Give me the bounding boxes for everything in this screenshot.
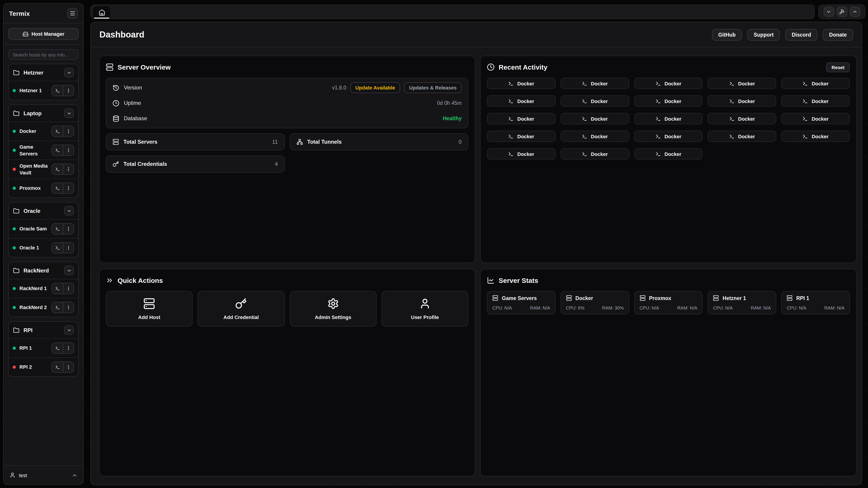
open-terminal-button[interactable] (52, 283, 63, 294)
host-menu-button[interactable] (63, 302, 74, 313)
host-row[interactable]: Docker (8, 122, 78, 140)
more-vertical-icon (66, 346, 71, 351)
open-terminal-button[interactable] (52, 343, 63, 353)
discord-button[interactable]: Discord (785, 29, 817, 40)
host-row[interactable]: RackNerd 1 (8, 279, 78, 298)
host-row[interactable]: Oracle 1 (8, 238, 78, 257)
updates-releases-button[interactable]: Updates & Releases (404, 82, 462, 93)
support-button[interactable]: Support (747, 29, 780, 40)
activity-item[interactable]: Docker (634, 113, 703, 124)
host-row[interactable]: RackNerd 2 (8, 298, 78, 317)
group-collapse-button[interactable] (64, 325, 74, 335)
menu-button[interactable] (67, 8, 78, 19)
host-manager-button[interactable]: Host Manager (8, 28, 79, 40)
stat-ram: RAM: N/A (530, 305, 550, 311)
activity-item[interactable]: Docker (781, 113, 850, 124)
user-profile-button[interactable]: User Profile (381, 291, 469, 327)
open-terminal-button[interactable] (52, 126, 63, 136)
group-header[interactable]: Oracle (8, 202, 78, 219)
open-terminal-button[interactable] (52, 164, 63, 174)
host-row[interactable]: Open Media Vault (8, 160, 78, 178)
host-menu-button[interactable] (63, 164, 74, 174)
host-row[interactable]: RPI 1 (8, 338, 78, 357)
chevron-up-button[interactable] (850, 7, 860, 17)
add-host-button[interactable]: Add Host (106, 291, 193, 327)
activity-item[interactable]: Docker (634, 95, 703, 107)
open-terminal-button[interactable] (52, 183, 63, 193)
reset-button[interactable]: Reset (826, 62, 850, 72)
host-menu-button[interactable] (63, 145, 74, 156)
open-terminal-button[interactable] (52, 362, 63, 372)
host-menu-button[interactable] (63, 126, 74, 136)
activity-item[interactable]: Docker (561, 131, 629, 142)
group-header[interactable]: Hetzner (8, 64, 78, 81)
github-button[interactable]: GitHub (712, 29, 742, 40)
activity-item[interactable]: Docker (487, 131, 556, 142)
add-credential-button[interactable]: Add Credential (198, 291, 285, 327)
host-menu-button[interactable] (63, 362, 74, 372)
stat-server-name: Docker (576, 295, 593, 301)
host-row[interactable]: Oracle Sam (8, 219, 78, 238)
group-collapse-button[interactable] (64, 108, 74, 118)
activity-item[interactable]: Docker (487, 78, 556, 89)
open-terminal-button[interactable] (52, 145, 63, 156)
open-terminal-button[interactable] (52, 302, 63, 313)
activity-label: Docker (738, 133, 755, 139)
activity-item[interactable]: Docker (708, 113, 776, 124)
database-status: Healthy (443, 116, 462, 121)
activity-label: Docker (518, 80, 534, 86)
activity-item[interactable]: Docker (781, 95, 850, 107)
chevron-down-button[interactable] (824, 7, 834, 17)
activity-item[interactable]: Docker (634, 148, 703, 160)
activity-item[interactable]: Docker (487, 95, 556, 107)
open-terminal-button[interactable] (52, 242, 63, 253)
donate-button[interactable]: Donate (823, 29, 853, 40)
terminal-icon (55, 167, 60, 172)
host-row[interactable]: Game Servers (8, 140, 78, 160)
tools-button[interactable] (837, 7, 847, 17)
status-dot (13, 168, 16, 171)
host-row[interactable]: Proxmox (8, 178, 78, 197)
stat-cpu: CPU: N/A (786, 305, 806, 311)
activity-item[interactable]: Docker (634, 131, 703, 142)
total-credentials-card: Total Credentials 4 (106, 156, 285, 173)
activity-item[interactable]: Docker (561, 95, 629, 107)
host-menu-button[interactable] (63, 242, 74, 253)
host-menu-button[interactable] (63, 86, 74, 96)
host-menu-button[interactable] (63, 343, 74, 353)
activity-label: Docker (664, 116, 682, 121)
user-menu[interactable]: test (4, 465, 83, 484)
activity-item[interactable]: Docker (634, 78, 703, 89)
activity-item[interactable]: Docker (561, 78, 629, 89)
activity-item[interactable]: Docker (708, 95, 776, 107)
activity-item[interactable]: Docker (487, 113, 556, 124)
stat-server-name: RPI 1 (796, 295, 809, 301)
host-row[interactable]: Hetzner 1 (8, 81, 78, 100)
group-collapse-button[interactable] (64, 68, 74, 77)
activity-item[interactable]: Docker (781, 131, 850, 142)
group-collapse-button[interactable] (64, 266, 74, 275)
group-collapse-button[interactable] (64, 206, 74, 216)
terminal-icon (55, 88, 60, 93)
group-header[interactable]: Laptop (8, 105, 78, 122)
open-terminal-button[interactable] (52, 86, 63, 96)
host-menu-button[interactable] (63, 183, 74, 193)
host-menu-button[interactable] (63, 283, 74, 294)
activity-item[interactable]: Docker (708, 131, 776, 142)
host-row[interactable]: RPI 2 (8, 357, 78, 377)
activity-item[interactable]: Docker (561, 148, 629, 160)
activity-item[interactable]: Docker (561, 113, 629, 124)
open-terminal-button[interactable] (52, 224, 63, 234)
search-input[interactable] (8, 49, 79, 60)
tab-home[interactable] (93, 6, 110, 19)
activity-label: Docker (591, 151, 608, 157)
activity-item[interactable]: Docker (708, 78, 776, 89)
group-header[interactable]: RackNerd (8, 262, 78, 279)
panel-header: Quick Actions (106, 275, 468, 286)
activity-item[interactable]: Docker (781, 78, 850, 89)
server-icon (566, 295, 572, 301)
activity-item[interactable]: Docker (487, 148, 556, 160)
group-header[interactable]: RPI (8, 322, 78, 338)
admin-settings-button[interactable]: Admin Settings (289, 291, 377, 327)
host-menu-button[interactable] (63, 224, 74, 234)
